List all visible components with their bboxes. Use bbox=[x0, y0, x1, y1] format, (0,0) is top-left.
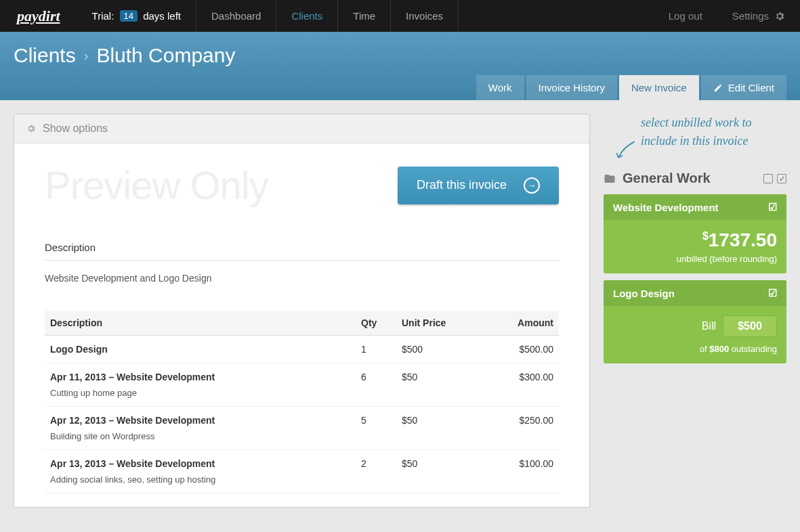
breadcrumb-root[interactable]: Clients bbox=[14, 44, 76, 67]
table-row: Logo Design1$500$500.00 bbox=[45, 336, 559, 363]
tab-new-invoice[interactable]: New Invoice bbox=[619, 75, 699, 100]
arrow-curve-icon bbox=[614, 139, 637, 162]
table-row: Apr 11, 2013 – Website DevelopmentCuttin… bbox=[45, 363, 559, 407]
sidebar: select unbilled work to include in this … bbox=[604, 114, 786, 370]
draft-invoice-button[interactable]: Draft this invoice → bbox=[398, 167, 559, 204]
table-row: Apr 13, 2013 – Website DevelopmentAdding… bbox=[45, 450, 559, 493]
gear-icon bbox=[774, 11, 785, 22]
work-card-title: Website Development bbox=[613, 202, 719, 213]
header-tabs: Work Invoice History New Invoice Edit Cl… bbox=[476, 75, 786, 100]
breadcrumb: Clients › Bluth Company bbox=[14, 32, 786, 67]
bill-label: Bill bbox=[702, 320, 716, 332]
nav-time[interactable]: Time bbox=[338, 0, 391, 32]
preview-watermark: Preview Only bbox=[45, 162, 268, 208]
line-items-table: Description Qty Unit Price Amount Logo D… bbox=[45, 311, 559, 493]
description-label: Description bbox=[45, 242, 559, 261]
work-card-note: unbilled (before rounding) bbox=[613, 254, 777, 264]
chevron-right-icon: › bbox=[84, 48, 89, 64]
hint-text: select unbilled work to include in this … bbox=[604, 114, 786, 150]
tab-work[interactable]: Work bbox=[476, 75, 524, 100]
trial-indicator[interactable]: Trial: 14 days left bbox=[77, 0, 196, 32]
folder-icon bbox=[604, 173, 616, 185]
top-nav: paydirt Trial: 14 days left Dashboard Cl… bbox=[0, 0, 800, 32]
gear-icon bbox=[26, 124, 36, 133]
outstanding-text: of $800 outstanding bbox=[613, 344, 777, 354]
work-card-logo-design[interactable]: Logo Design ☑ Bill of $800 outstanding bbox=[604, 280, 786, 363]
nav-logout[interactable]: Log out bbox=[654, 0, 717, 32]
select-all-checkbox[interactable] bbox=[777, 174, 786, 183]
pencil-icon bbox=[713, 83, 723, 93]
nav-dashboard[interactable]: Dashboard bbox=[196, 0, 276, 32]
show-options-toggle[interactable]: Show options bbox=[14, 114, 589, 143]
select-none-checkbox[interactable] bbox=[763, 174, 773, 183]
col-qty: Qty bbox=[356, 311, 396, 336]
description-text: Website Development and Logo Design bbox=[45, 273, 559, 284]
invoice-panel: Show options Preview Only Draft this inv… bbox=[14, 114, 590, 508]
work-card-website-development[interactable]: Website Development ☑ $1737.50 unbilled … bbox=[604, 194, 786, 273]
tab-invoice-history[interactable]: Invoice History bbox=[526, 75, 617, 100]
table-row: Apr 12, 2013 – Website DevelopmentBuildi… bbox=[45, 407, 559, 450]
nav-settings[interactable]: Settings bbox=[717, 0, 800, 32]
col-unit-price: Unit Price bbox=[396, 311, 491, 336]
work-card-title: Logo Design bbox=[613, 288, 675, 299]
col-amount: Amount bbox=[491, 311, 559, 336]
nav-clients[interactable]: Clients bbox=[276, 0, 338, 32]
breadcrumb-current: Bluth Company bbox=[96, 44, 235, 67]
work-card-amount: $1737.50 bbox=[613, 229, 777, 251]
page-header: Clients › Bluth Company Work Invoice His… bbox=[0, 32, 800, 100]
bill-amount-input[interactable] bbox=[723, 315, 777, 337]
check-icon[interactable]: ☑ bbox=[768, 287, 777, 299]
nav-invoices[interactable]: Invoices bbox=[391, 0, 459, 32]
work-group-header: General Work bbox=[604, 171, 786, 186]
tab-edit-client[interactable]: Edit Client bbox=[701, 75, 786, 100]
check-icon[interactable]: ☑ bbox=[768, 201, 777, 213]
trial-days-badge: 14 bbox=[120, 10, 138, 22]
logo[interactable]: paydirt bbox=[0, 7, 77, 25]
arrow-right-icon: → bbox=[524, 177, 540, 194]
col-description: Description bbox=[45, 311, 356, 336]
